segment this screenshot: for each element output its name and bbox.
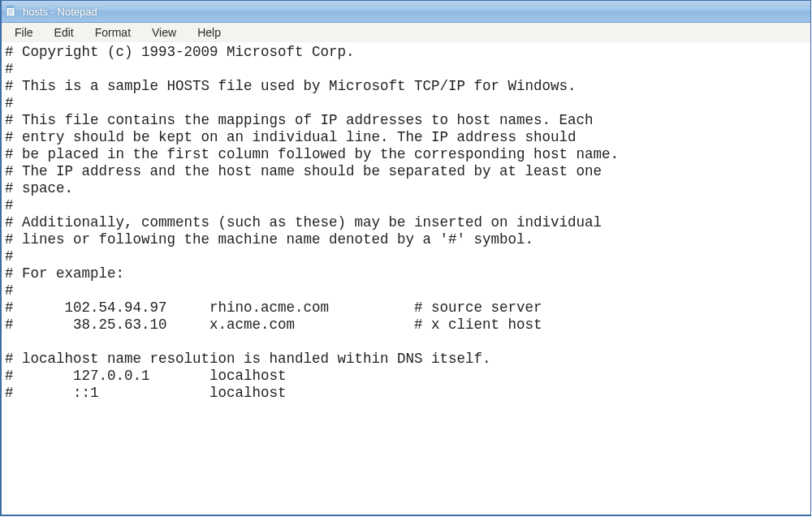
notepad-app-icon xyxy=(5,5,18,18)
svg-rect-3 xyxy=(9,6,10,7)
svg-rect-5 xyxy=(12,6,13,7)
menu-bar: File Edit Format View Help xyxy=(2,23,810,43)
menu-help[interactable]: Help xyxy=(188,24,231,41)
menu-format[interactable]: Format xyxy=(85,24,140,41)
title-bar[interactable]: hosts - Notepad xyxy=(2,1,810,23)
svg-rect-4 xyxy=(11,6,11,7)
menu-file[interactable]: File xyxy=(5,24,43,41)
notepad-window: hosts - Notepad File Edit Format View He… xyxy=(0,0,811,516)
menu-view[interactable]: View xyxy=(142,24,186,41)
svg-rect-2 xyxy=(7,6,8,7)
editor-area: # Copyright (c) 1993-2009 Microsoft Corp… xyxy=(2,42,810,515)
window-title: hosts - Notepad xyxy=(23,6,97,18)
menu-edit[interactable]: Edit xyxy=(45,24,84,41)
editor-text[interactable]: # Copyright (c) 1993-2009 Microsoft Corp… xyxy=(2,42,810,515)
